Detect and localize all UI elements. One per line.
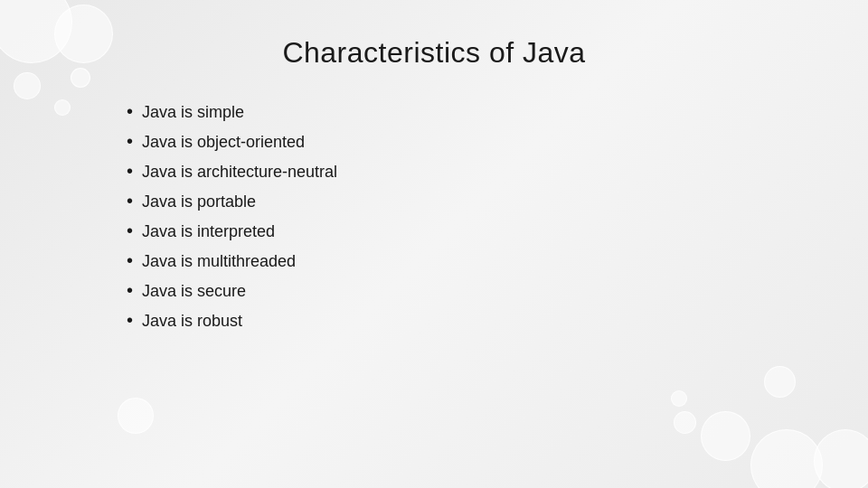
bubble-decoration: [118, 398, 154, 434]
bullet-item: Java is object-oriented: [127, 131, 796, 152]
slide: Characteristics of Java Java is simpleJa…: [0, 0, 868, 488]
bubble-decoration: [671, 390, 687, 407]
bullet-item: Java is simple: [127, 101, 796, 122]
bullet-item: Java is portable: [127, 191, 796, 211]
bubble-decoration: [750, 429, 823, 488]
bubble-decoration: [814, 429, 868, 488]
bullet-item: Java is interpreted: [127, 221, 796, 241]
bullet-item: Java is robust: [127, 310, 796, 331]
bullet-list: Java is simpleJava is object-orientedJav…: [72, 101, 796, 331]
slide-title: Characteristics of Java: [72, 36, 796, 70]
bullet-item: Java is secure: [127, 280, 796, 301]
bullet-item: Java is architecture-neutral: [127, 161, 796, 182]
slide-content: Characteristics of Java Java is simpleJa…: [0, 0, 868, 376]
bubble-decoration: [701, 411, 750, 461]
bullet-item: Java is multithreaded: [127, 250, 796, 271]
bubble-decoration: [674, 411, 696, 434]
